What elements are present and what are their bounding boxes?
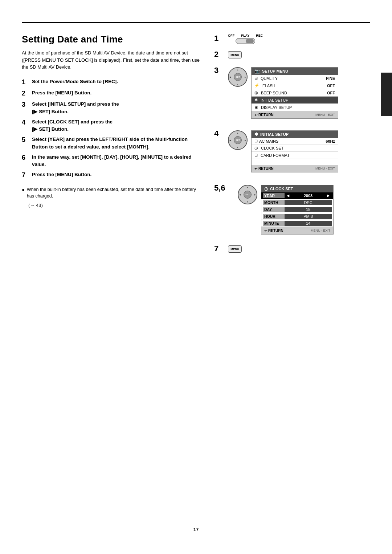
step-label-2: 2 [214,50,224,59]
switch-body [236,38,255,44]
day-label: DAY [263,207,285,212]
ac-mains-row: ⊟ AC MAINS 60Hz [252,138,338,144]
note-section: ● When the built-in battery has been exh… [22,186,200,209]
beep-value: OFF [327,91,335,95]
quality-icon: ⊞ [254,76,258,81]
hour-value: PM 8 [285,214,332,219]
rec-label: REC [256,34,263,37]
note-item: ● When the built-in battery has been exh… [22,186,200,200]
menu-spacer [252,159,338,165]
initial-exit-label: MENU · EXIT [315,167,335,170]
step-number-4: 4 [22,118,30,127]
multi-btn-right-56: ▶ [254,194,256,196]
note-text: When the built-in battery has been exhau… [27,186,200,200]
minute-label: MINUTE [263,221,285,226]
arrow-ref: (→ 43) [28,202,200,209]
step-number-3: 3 [22,101,30,109]
multi-btn-top-4: ▲ [237,132,239,134]
multi-btn-inner-56: SET [244,191,252,199]
multi-btn-outer-4: SET ▲ ▼ ◀ ▶ [228,130,248,150]
play-label: PLAY [241,34,249,37]
clock-exit-label: MENU · EXIT [311,229,330,232]
multi-btn-inner-4: SET [234,136,242,144]
flash-label: ⚡ FLASH [254,83,327,88]
setup-return-label: ↩ RETURN [254,113,274,117]
illustration-row-1: 1 OFF PLAY REC [214,34,370,45]
multi-btn-outer: SET ▲ ▼ ◀ ▶ [228,67,248,87]
menu-button-label-7: MENU [230,248,239,251]
step-label-4: 4 [214,129,224,138]
bullet-icon: ● [22,186,25,194]
setup-menu-row-display: ▣ DISPLAY SETUP [252,104,338,111]
sidebar-tab [381,73,392,116]
setup-menu-row-initial: ✱ INITIAL SETUP [252,97,338,104]
step-text-6: In the same way, set [MONTH], [DAY], [HO… [32,154,200,168]
step-item-4: 4 Select [CLOCK SET] and press the[▶ SET… [22,118,200,133]
step-label-56: 5,6 [214,183,234,193]
clock-set-menu-title: ◷ CLOCK SET [261,185,333,192]
menu-button-icon: MENU [228,51,242,58]
right-column: 1 OFF PLAY REC 2 [211,34,370,520]
step-text-3: Select [INITIAL SETUP] and press the[▶ S… [32,101,200,115]
step-number-1: 1 [22,78,30,86]
illustration-row-56: 5,6 SET ▲ ▼ ◀ ▶ [214,183,370,236]
year-value: ◀ 2003 ▶ [285,193,332,198]
initial-setup-menu-box: ✱ INITIAL SETUP ⊟ AC MAINS 60Hz [251,130,338,172]
setup-menu-row-quality: ⊞ QUALITY FINE [252,75,338,82]
setup-menu-box: 📷 SETUP MENU ⊞ QUALITY FINE [251,67,338,119]
menu-button-label: MENU [230,53,239,57]
display-label: ▣ DISPLAY SETUP [254,105,335,110]
steps-list: 1 Set the Power/Mode Switch to [REC]. 2 … [22,78,200,180]
hour-label: HOUR [263,214,285,219]
page-container: Setting Date and Time At the time of pur… [0,0,392,554]
multi-btn-right-4: ▶ [245,139,246,141]
card-icon: ⊡ [254,153,258,158]
initial-setup-icon: ✱ [254,132,258,137]
year-arrow-right: ▶ [327,194,330,197]
quality-label: ⊞ QUALITY [254,76,326,81]
step-number-6: 6 [22,154,30,162]
page-number: 17 [22,527,370,532]
step-item-7: 7 Press the [MENU] Button. [22,171,200,179]
step-label-7: 7 [214,244,224,253]
setup-menu-title: 📷 SETUP MENU [252,68,338,75]
clock-row-day: DAY 15 [261,206,333,213]
step-label-3: 3 [214,66,224,75]
step-item-6: 6 In the same way, set [MONTH], [DAY], [… [22,154,200,168]
multi-function-button-4: SET ▲ ▼ ◀ ▶ [228,130,248,150]
illustration-row-3: 3 SET ▲ ▼ ◀ ▶ [214,66,370,120]
setup-menu-row-beep: ◎ BEEP SOUND OFF [252,89,338,97]
setup-menu-return-row: ↩ RETURN MENU · EXIT [252,111,338,118]
day-value: 15 [285,207,332,212]
step-item-2: 2 Press the [MENU] Button. [22,89,200,98]
clock-set-label: ◷ CLOCK SET [254,146,335,150]
off-label: OFF [228,34,234,37]
multi-btn-left-4: ◀ [229,139,231,141]
step-number-5: 5 [22,136,30,144]
clock-icon: ◷ [254,146,258,150]
initial-setup-title-text: INITIAL SETUP [260,132,289,137]
setup-menu-row-flash: ⚡ FLASH OFF [252,82,338,89]
clock-row-month: MONTH DEC [261,199,333,206]
clock-return-label: ↩ RETURN [264,229,283,233]
display-icon: ▣ [254,105,258,110]
step-number-7: 7 [22,171,30,179]
setup-exit-label: MENU · EXIT [315,113,335,117]
minute-value: 14 [285,221,332,226]
multi-btn-outer-56: SET ▲ ▼ ◀ ▶ [238,185,257,204]
quality-value: FINE [326,76,335,81]
power-switch: OFF PLAY REC [228,34,263,44]
clock-return-text: RETURN [268,229,283,233]
step-text-4: Select [CLOCK SET] and press the[▶ SET] … [32,118,200,133]
initial-return-text: RETURN [258,167,274,171]
clock-set-menu-icon: ◷ [264,186,268,191]
multi-btn-inner: SET [234,73,242,81]
year-val-text: 2003 [304,194,313,198]
card-format-label: ⊡ CARD FORMAT [254,153,335,158]
beep-icon: ◎ [254,90,258,95]
multi-btn-bottom-4: ▼ [237,146,239,148]
multi-function-button-56: SET ▲ ▼ ◀ ▶ [238,185,257,204]
right-content-wrapper: 1 OFF PLAY REC 2 [214,34,370,257]
switch-labels: OFF PLAY REC [228,34,263,37]
clock-set-title-text: CLOCK SET [270,187,293,191]
